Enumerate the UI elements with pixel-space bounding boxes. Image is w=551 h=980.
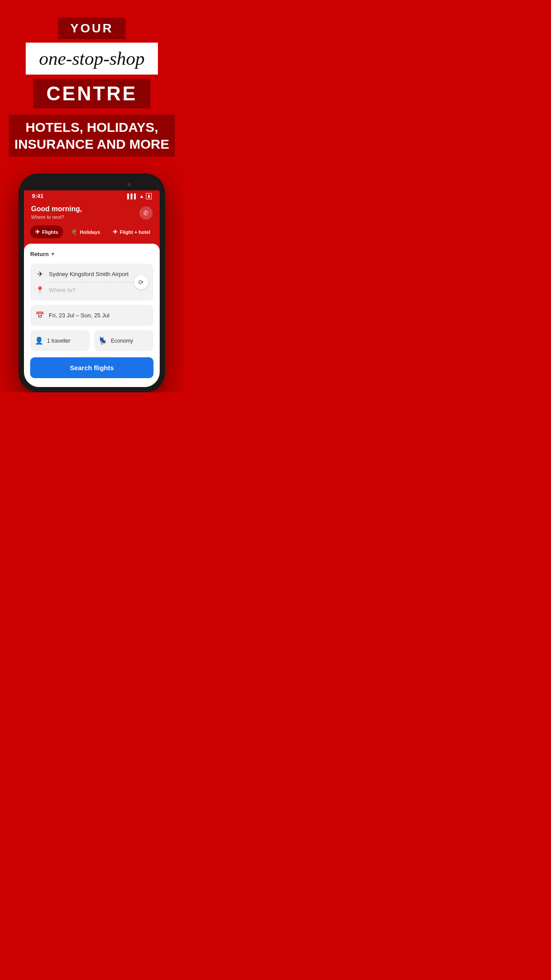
your-label: YOUR [71, 21, 114, 35]
status-bar: 9:41 ▌▌▌ ▲ ▮ [24, 190, 160, 201]
signal-icon: ▌▌▌ [127, 194, 138, 199]
class-label: Economy [111, 338, 133, 344]
tab-hotels[interactable]: 🛏 H [158, 225, 160, 238]
tab-navigation: ✈ Flights 🌴 Holidays ✈ Flight + hotel 🛏 … [24, 225, 160, 244]
tab-holidays[interactable]: 🌴 Holidays [66, 225, 105, 238]
swap-icon: ⟳ [138, 279, 144, 286]
greeting-title: Good morning, [31, 205, 82, 214]
battery-icon: ▮ [146, 193, 152, 199]
traveller-icon: 👤 [35, 336, 43, 345]
greeting-subtitle: Where to next? [31, 214, 82, 220]
one-stop-shop-text: one-stop-shop [39, 48, 145, 69]
flight-hotel-label: Flight + hotel [120, 229, 150, 235]
destination-placeholder: Where to? [49, 287, 75, 293]
camera-dot [127, 183, 131, 186]
subtitle-line2: INSURANCE AND MORE [15, 137, 169, 151]
destination-row: 📍 Where to? [35, 286, 148, 294]
greeting-block: Good morning, Where to next? [31, 205, 82, 220]
class-seat-icon: 💺 [98, 336, 107, 345]
tab-flight-hotel[interactable]: ✈ Flight + hotel [108, 225, 155, 238]
trip-type-label: Return [30, 251, 49, 257]
search-flights-button[interactable]: Search flights [30, 357, 153, 378]
date-selector[interactable]: 📅 Fri, 23 Jul – Sun, 25 Jul [30, 305, 153, 326]
airport-input-box[interactable]: ✈ Sydney Kingsford Smith Airport 📍 Where… [30, 264, 153, 300]
phone-inner: 9:41 ▌▌▌ ▲ ▮ Good morning, Where to next… [24, 179, 160, 387]
subtitle-block: HOTELS, HOLIDAYS, INSURANCE AND MORE [9, 115, 175, 157]
app-header: Good morning, Where to next? ✆ [24, 201, 160, 225]
your-badge: YOUR [58, 18, 126, 39]
tab-flights[interactable]: ✈ Flights [30, 225, 63, 238]
swap-button[interactable]: ⟳ [134, 275, 148, 289]
traveller-class-row: 👤 1 traveller 💺 Economy [30, 330, 153, 351]
origin-icon: ✈ [35, 270, 44, 278]
dest-icon: 📍 [35, 286, 44, 294]
search-card: Return ▾ ✈ Sydney Kingsford Smith Airpor… [24, 244, 160, 387]
trip-type-selector[interactable]: Return ▾ [30, 251, 153, 257]
flight-hotel-icon: ✈ [113, 229, 118, 235]
airport-divider [49, 282, 148, 282]
centre-label: CENTRE [47, 83, 138, 104]
class-selector[interactable]: 💺 Economy [94, 330, 153, 351]
status-icons: ▌▌▌ ▲ ▮ [127, 193, 152, 199]
traveller-selector[interactable]: 👤 1 traveller [30, 330, 90, 351]
call-icon[interactable]: ✆ [139, 206, 153, 220]
date-range-text: Fri, 23 Jul – Sun, 25 Jul [49, 312, 110, 319]
trip-type-arrow: ▾ [51, 251, 54, 257]
traveller-count: 1 traveller [47, 338, 71, 344]
notch-bar [24, 179, 160, 190]
wifi-icon: ▲ [139, 194, 144, 199]
subtitle-line1: HOTELS, HOLIDAYS, [26, 120, 158, 134]
subtitle-text: HOTELS, HOLIDAYS, INSURANCE AND MORE [13, 119, 170, 152]
holidays-label: Holidays [80, 229, 100, 235]
origin-text: Sydney Kingsford Smith Airport [49, 271, 129, 277]
phone-outer: 9:41 ▌▌▌ ▲ ▮ Good morning, Where to next… [19, 174, 165, 392]
status-time: 9:41 [32, 193, 43, 199]
hero-section: YOUR one-stop-shop CENTRE HOTELS, HOLIDA… [9, 18, 175, 165]
flights-icon: ✈ [35, 229, 40, 235]
centre-badge: CENTRE [33, 79, 151, 108]
page-wrapper: YOUR one-stop-shop CENTRE HOTELS, HOLIDA… [0, 0, 184, 392]
search-button-label: Search flights [70, 364, 114, 371]
flights-label: Flights [42, 229, 58, 235]
one-stop-shop-box: one-stop-shop [26, 43, 158, 75]
holidays-icon: 🌴 [71, 229, 78, 235]
call-symbol: ✆ [143, 209, 149, 217]
phone-mockup: 9:41 ▌▌▌ ▲ ▮ Good morning, Where to next… [19, 174, 165, 392]
calendar-icon: 📅 [35, 311, 44, 320]
origin-row: ✈ Sydney Kingsford Smith Airport [35, 270, 148, 278]
notch [70, 179, 114, 188]
